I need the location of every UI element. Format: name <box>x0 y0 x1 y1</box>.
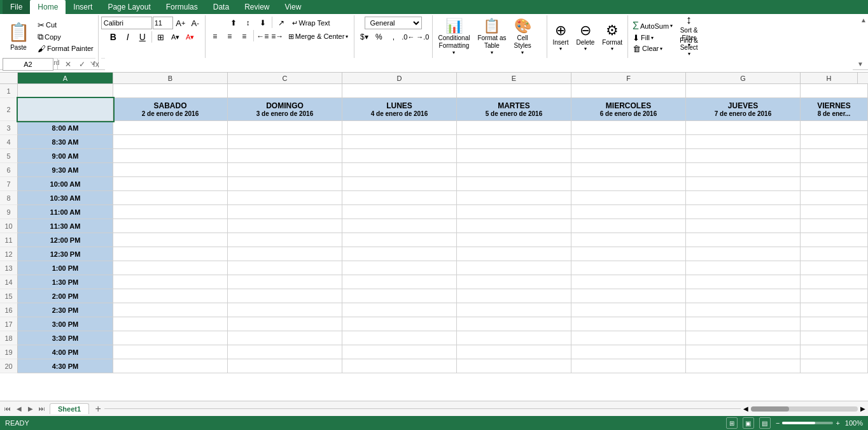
col-header-h[interactable]: H <box>801 73 858 83</box>
font-name-input[interactable] <box>101 17 152 29</box>
cell-B17[interactable] <box>113 317 228 331</box>
format-table-button[interactable]: 📋 Format asTable ▾ <box>475 17 508 57</box>
fill-button[interactable]: ⬇ Fill ▾ <box>631 32 675 43</box>
cell-d2[interactable]: LUNES 4 de enero de 2016 <box>342 98 457 121</box>
cell-D14[interactable] <box>342 275 457 289</box>
cell-B7[interactable] <box>113 177 228 191</box>
horizontal-scrollbar[interactable]: ◀ ▶ <box>741 404 868 414</box>
sheet-nav-next[interactable]: ▶ <box>25 404 36 414</box>
cell-h3[interactable] <box>801 121 868 135</box>
add-sheet-button[interactable]: + <box>92 403 104 415</box>
cell-h1[interactable] <box>801 84 868 98</box>
cell-E13[interactable] <box>457 261 571 275</box>
cell-D10[interactable] <box>342 219 457 233</box>
cell-h14[interactable] <box>801 275 868 289</box>
col-header-e[interactable]: E <box>457 73 571 83</box>
cell-h9[interactable] <box>801 205 868 219</box>
cell-B11[interactable] <box>113 233 228 247</box>
cell-C12[interactable] <box>228 247 342 261</box>
cell-a18[interactable]: 3:30 PM <box>18 331 113 345</box>
file-tab[interactable]: File <box>3 0 30 14</box>
accounting-button[interactable]: $▾ <box>357 31 371 43</box>
cell-h18[interactable] <box>801 331 868 345</box>
col-header-c[interactable]: C <box>228 73 342 83</box>
cell-h6[interactable] <box>801 163 868 177</box>
cell-E10[interactable] <box>457 219 571 233</box>
cell-G16[interactable] <box>686 303 801 317</box>
page-layout-tab[interactable]: Page Layout <box>100 0 158 14</box>
name-box[interactable] <box>3 58 53 71</box>
cell-F7[interactable] <box>571 177 686 191</box>
cell-g2[interactable]: JUEVES 7 de enero de 2016 <box>686 98 801 121</box>
cell-G7[interactable] <box>686 177 801 191</box>
cell-D8[interactable] <box>342 191 457 205</box>
cell-a16[interactable]: 2:30 PM <box>18 303 113 317</box>
cell-G18[interactable] <box>686 331 801 345</box>
align-top-button[interactable]: ⬆ <box>227 17 241 29</box>
cell-E17[interactable] <box>457 317 571 331</box>
insert-tab[interactable]: Insert <box>66 0 100 14</box>
wrap-text-button[interactable]: ↵ Wrap Text <box>289 17 333 29</box>
cell-C17[interactable] <box>228 317 342 331</box>
cell-G11[interactable] <box>686 233 801 247</box>
cell-f2[interactable]: MIERCOLES 6 de enero de 2016 <box>571 98 686 121</box>
cell-D9[interactable] <box>342 205 457 219</box>
cell-G15[interactable] <box>686 289 801 303</box>
cell-E6[interactable] <box>457 163 571 177</box>
cell-a15[interactable]: 2:00 PM <box>18 289 113 303</box>
fill-color-button[interactable]: A▾ <box>169 31 183 43</box>
cell-h4[interactable] <box>801 135 868 149</box>
cell-c1[interactable] <box>228 84 342 98</box>
cell-C14[interactable] <box>228 275 342 289</box>
home-tab[interactable]: Home <box>30 0 66 14</box>
zoom-in-icon[interactable]: + <box>836 419 839 427</box>
cell-a20[interactable]: 4:30 PM <box>18 359 113 373</box>
normal-view-button[interactable]: ⊞ <box>726 417 738 429</box>
row-num-16[interactable]: 16 <box>0 303 18 317</box>
underline-button[interactable]: U <box>136 31 150 43</box>
scroll-left-button[interactable]: ◀ <box>741 404 751 414</box>
insert-function-button[interactable]: fx <box>90 58 102 71</box>
view-tab[interactable]: View <box>277 0 309 14</box>
cell-B16[interactable] <box>113 303 228 317</box>
cell-C16[interactable] <box>228 303 342 317</box>
cell-E7[interactable] <box>457 177 571 191</box>
cell-G17[interactable] <box>686 317 801 331</box>
cell-B12[interactable] <box>113 247 228 261</box>
cell-B6[interactable] <box>113 163 228 177</box>
cell-E5[interactable] <box>457 149 571 163</box>
cell-B9[interactable] <box>113 205 228 219</box>
row-num-12[interactable]: 12 <box>0 247 18 261</box>
cell-h20[interactable] <box>801 359 868 373</box>
cell-b2[interactable]: SABADO 2 de enero de 2016 <box>113 98 228 121</box>
cell-F8[interactable] <box>571 191 686 205</box>
col-header-f[interactable]: F <box>571 73 686 83</box>
cell-a13[interactable]: 1:00 PM <box>18 261 113 275</box>
row-num-9[interactable]: 9 <box>0 205 18 219</box>
cell-F19[interactable] <box>571 345 686 359</box>
merge-center-button[interactable]: ⊞ Merge & Center ▾ <box>285 30 352 43</box>
cell-a1[interactable] <box>18 84 113 98</box>
cell-F3[interactable] <box>571 121 686 135</box>
cell-C4[interactable] <box>228 135 342 149</box>
cell-h8[interactable] <box>801 191 868 205</box>
insert-button[interactable]: ⊕ Insert ▾ <box>550 21 571 53</box>
number-format-select[interactable]: General Number Currency Date Time <box>365 17 422 29</box>
cell-a7[interactable]: 10:00 AM <box>18 177 113 191</box>
review-tab[interactable]: Review <box>237 0 277 14</box>
cell-E18[interactable] <box>457 331 571 345</box>
formulas-tab[interactable]: Formulas <box>158 0 206 14</box>
cell-G9[interactable] <box>686 205 801 219</box>
row-num-19[interactable]: 19 <box>0 345 18 359</box>
cell-B19[interactable] <box>113 345 228 359</box>
cell-e2[interactable]: MARTES 5 de enero de 2016 <box>457 98 571 121</box>
autosum-button[interactable]: Σ AutoSum ▾ <box>631 20 675 32</box>
cell-C11[interactable] <box>228 233 342 247</box>
cell-E19[interactable] <box>457 345 571 359</box>
sheet-nav-prev[interactable]: ◀ <box>14 404 24 414</box>
scroll-track[interactable] <box>751 406 858 412</box>
row-num-1[interactable]: 1 <box>0 84 18 98</box>
cell-G14[interactable] <box>686 275 801 289</box>
cell-a17[interactable]: 3:00 PM <box>18 317 113 331</box>
increase-indent-button[interactable]: ≡→ <box>270 30 284 43</box>
